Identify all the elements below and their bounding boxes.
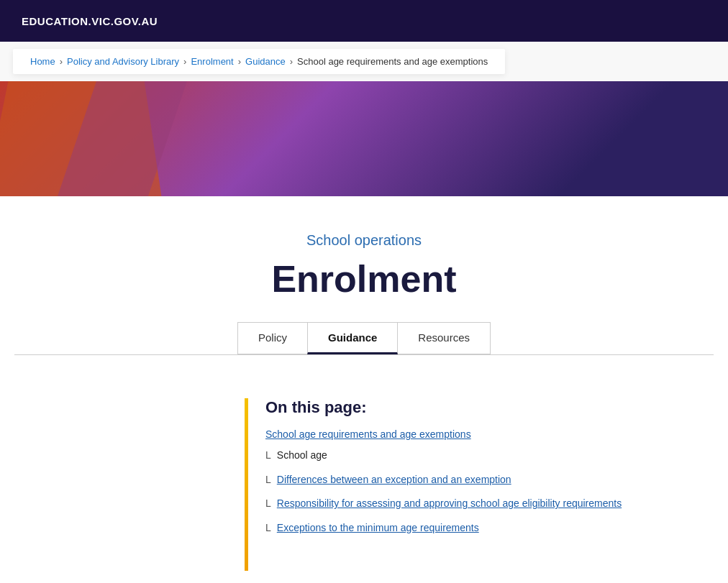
breadcrumb-sep-3: › (238, 56, 241, 67)
breadcrumb: Home › Policy and Advisory Library › Enr… (13, 49, 505, 74)
breadcrumb-sep-1: › (60, 56, 63, 67)
toc-link-responsibility[interactable]: Responsibility for assessing and approvi… (277, 497, 622, 511)
toc-item-exceptions: L Exceptions to the minimum age requirem… (265, 521, 685, 536)
toc-link-school-age: School age (277, 449, 327, 463)
tab-policy[interactable]: Policy (237, 322, 307, 354)
on-this-page-section: On this page: School age requirements an… (0, 369, 728, 583)
breadcrumb-container: Home › Policy and Advisory Library › Enr… (0, 42, 728, 81)
yellow-accent-bar (245, 398, 248, 571)
breadcrumb-policy-library[interactable]: Policy and Advisory Library (67, 56, 179, 67)
section-label: School operations (14, 232, 714, 249)
toc-sub-list: L School age L Differences between an ex… (265, 449, 685, 535)
toc-link-differences[interactable]: Differences between an exception and an … (277, 473, 511, 487)
toc-item-school-age: L School age (265, 449, 685, 463)
breadcrumb-guidance[interactable]: Guidance (245, 56, 286, 67)
on-this-page-content: On this page: School age requirements an… (265, 398, 685, 571)
toc-link-exceptions[interactable]: Exceptions to the minimum age requiremen… (277, 521, 479, 536)
breadcrumb-enrolment[interactable]: Enrolment (191, 56, 233, 67)
tab-resources[interactable]: Resources (398, 322, 491, 354)
site-header: EDUCATION.VIC.GOV.AU (0, 0, 728, 42)
on-this-page-title: On this page: (265, 398, 685, 417)
toc-main-link[interactable]: School age requirements and age exemptio… (265, 428, 685, 440)
tab-guidance[interactable]: Guidance (307, 322, 398, 354)
tab-divider (14, 354, 714, 355)
toc-item-responsibility: L Responsibility for assessing and appro… (265, 497, 685, 511)
toc-arrow-icon-2: L (265, 474, 271, 485)
toc-item-differences: L Differences between an exception and a… (265, 473, 685, 487)
site-title: EDUCATION.VIC.GOV.AU (22, 15, 158, 27)
hero-banner (0, 81, 728, 196)
breadcrumb-home[interactable]: Home (30, 56, 55, 67)
breadcrumb-current: School age requirements and age exemptio… (297, 56, 488, 67)
tab-navigation: Policy Guidance Resources (14, 322, 714, 354)
breadcrumb-sep-4: › (290, 56, 293, 67)
toc-arrow-icon: L (265, 449, 271, 461)
toc-arrow-icon-3: L (265, 497, 271, 509)
breadcrumb-sep-2: › (183, 56, 186, 67)
page-title: Enrolment (14, 257, 714, 300)
toc-arrow-icon-4: L (265, 522, 271, 533)
main-content: School operations Enrolment Policy Guida… (0, 196, 728, 583)
breadcrumb-nav: Home › Policy and Advisory Library › Enr… (30, 56, 488, 67)
page-header: School operations Enrolment Policy Guida… (0, 211, 728, 369)
